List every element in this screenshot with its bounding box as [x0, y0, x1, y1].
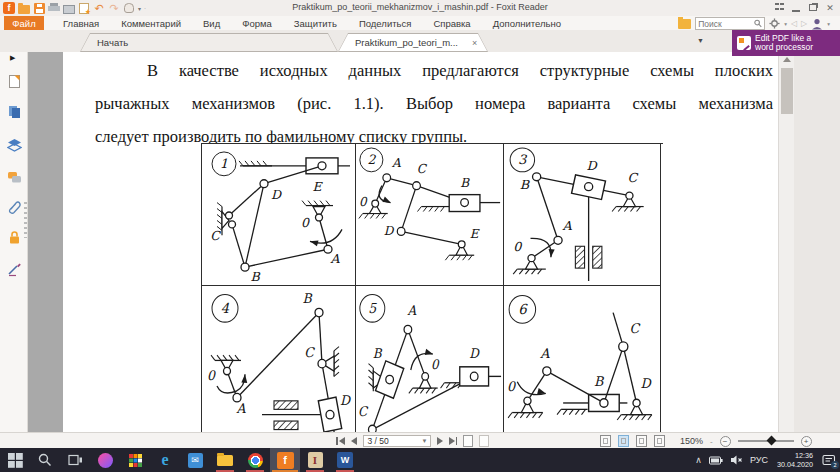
ribbon-tab-1[interactable]: Главная [52, 18, 110, 29]
security-lock-icon[interactable] [7, 230, 22, 245]
taskbar-search-button[interactable] [30, 448, 60, 472]
zoom-slider-thumb[interactable] [766, 435, 776, 445]
rubik-app-button[interactable] [120, 448, 150, 472]
attachments-icon[interactable] [7, 200, 22, 215]
gear-dropdown[interactable]: ▾ [784, 21, 787, 27]
ribbon-tab-2[interactable]: Комментарий [110, 18, 192, 29]
rubik-cube-icon [129, 454, 142, 467]
page-dropdown-icon[interactable]: ▼ [422, 438, 428, 444]
clock[interactable]: 12:36 30.04.2020 [777, 451, 813, 469]
fit-page-view-icon[interactable] [618, 435, 629, 447]
foxit-reader-button[interactable]: f [270, 448, 300, 472]
svg-text:A: A [539, 346, 550, 361]
chrome-button[interactable] [240, 448, 270, 472]
search-box[interactable] [695, 17, 765, 30]
system-tray: ∧ РУС 12:36 30.04.2020 2 [695, 448, 836, 472]
zoom-in-button[interactable]: + [801, 436, 812, 447]
edge-icon: e [161, 451, 168, 469]
signature-icon[interactable] [7, 262, 22, 277]
word-icon: W [337, 452, 353, 468]
gear-icon[interactable] [769, 18, 780, 29]
sidebar-splitter-handle[interactable] [24, 202, 27, 238]
next-view-button[interactable] [479, 435, 489, 447]
ribbon-tab-5[interactable]: Защитить [283, 18, 348, 29]
tab-list-dropdown-icon[interactable]: ▼ [697, 37, 704, 44]
tab-close-icon[interactable]: × [472, 38, 477, 48]
battery-icon[interactable] [709, 456, 723, 465]
volume-muted-icon[interactable] [730, 455, 743, 465]
ribbon-tab-6[interactable]: Поделиться [348, 18, 422, 29]
svg-text:B: B [302, 291, 313, 306]
svg-text:E: E [312, 179, 323, 194]
ribbon-tab-4[interactable]: Форма [231, 18, 283, 29]
language-indicator[interactable]: РУС [750, 455, 768, 465]
instruction-app-button[interactable]: I [300, 448, 330, 472]
search-area: ▾ ◁ ▷ ▾ [678, 17, 830, 30]
search-input[interactable] [698, 19, 754, 29]
hidden-icons-chevron[interactable]: ∧ [695, 455, 702, 465]
tab-start[interactable]: Начать [80, 33, 338, 52]
svg-text:B: B [594, 374, 605, 389]
folder-icon [217, 455, 233, 466]
figure-cell-1: 1EDCBA0 [202, 144, 356, 286]
scrollbar-thumb[interactable] [781, 68, 793, 114]
first-page-button[interactable] [336, 437, 345, 445]
word-button[interactable]: W [330, 448, 360, 472]
svg-text:B: B [460, 176, 470, 190]
file-explorer-button[interactable] [210, 448, 240, 472]
last-page-button[interactable] [449, 437, 458, 445]
folder-search-icon[interactable] [678, 19, 691, 29]
svg-text:E: E [470, 227, 481, 241]
close-button[interactable]: ✕ [824, 2, 836, 13]
svg-text:C: C [358, 403, 368, 419]
page-number-value: 3 / 50 [368, 436, 389, 446]
previous-view-button[interactable] [463, 435, 473, 447]
edit-pdf-promo-button[interactable]: Edit PDF like a word processor [732, 30, 840, 56]
continuous-view-icon[interactable] [654, 435, 665, 447]
svg-text:C: C [210, 228, 221, 243]
bookmarks-icon[interactable] [7, 74, 22, 89]
paint3d-button[interactable] [90, 448, 120, 472]
vertical-scrollbar[interactable] [778, 52, 794, 432]
file-tab[interactable]: Файл [4, 16, 44, 30]
search-icon [754, 19, 762, 28]
layers-icon[interactable] [7, 138, 22, 153]
svg-text:0: 0 [431, 356, 440, 372]
zoom-slider[interactable] [738, 440, 794, 442]
action-center-button[interactable]: 2 [822, 453, 836, 467]
page-number-box[interactable]: 3 / 50▼ [363, 435, 431, 447]
next-page-button[interactable] [437, 437, 443, 445]
tab-document[interactable]: Praktikum_po_teori_m... × [338, 33, 488, 52]
previous-page-button[interactable] [351, 437, 357, 445]
task-view-button[interactable] [60, 448, 90, 472]
figure-cell-4: 4BC0AD [202, 286, 356, 432]
maximize-button[interactable] [807, 2, 819, 13]
back-icon[interactable]: ◁ [791, 19, 797, 28]
forward-icon[interactable]: ▷ [801, 19, 807, 28]
account-icon[interactable] [811, 18, 823, 30]
ribbon-tab-7[interactable]: Справка [422, 18, 481, 29]
mail-button[interactable]: ✉ [180, 448, 210, 472]
comments-icon[interactable] [7, 170, 22, 185]
ui-options-button[interactable] [773, 2, 785, 13]
facing-pages-view-icon[interactable] [636, 435, 647, 447]
date-value: 30.04.2020 [777, 460, 813, 469]
foxit-reader-window: f ↶ ↷ ▾ · Praktikum_po_teorii_mekhanizmo… [0, 0, 840, 472]
svg-text:6: 6 [518, 301, 528, 317]
expand-arrow-icon[interactable]: ▶ [10, 54, 15, 62]
instruction-app-icon: I [308, 452, 323, 468]
svg-text:D: D [384, 224, 395, 238]
zoom-level-value: 150% [680, 436, 703, 446]
scroll-up-icon[interactable] [783, 57, 791, 62]
main-area: ▶ [0, 52, 840, 432]
ribbon-tab-3[interactable]: Вид [192, 18, 231, 29]
paragraph: В качестве исходных данных предлагаются … [95, 54, 773, 153]
edge-button[interactable]: e [150, 448, 180, 472]
page-thumbnails-icon[interactable] [7, 104, 22, 119]
minimize-button[interactable] [790, 2, 802, 13]
single-page-view-icon[interactable] [600, 435, 611, 447]
zoom-out-button[interactable]: − [720, 436, 731, 447]
account-dropdown[interactable]: ▾ [827, 21, 830, 27]
start-button[interactable] [0, 448, 30, 472]
ribbon-tab-8[interactable]: Дополнительно [482, 18, 572, 29]
